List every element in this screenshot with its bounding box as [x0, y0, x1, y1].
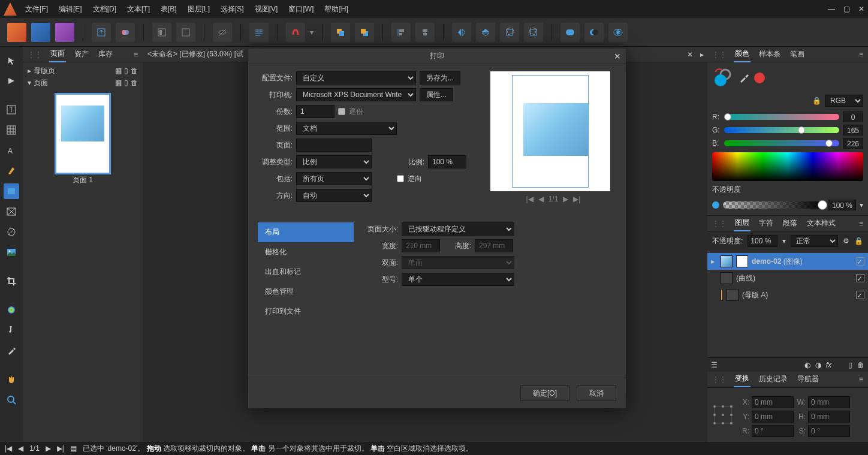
layer-visible-checkbox[interactable]: ✓ — [856, 291, 864, 299]
grip-icon[interactable]: ⋮⋮ — [28, 50, 42, 59]
blend-mode-select[interactable]: 正常 — [791, 235, 838, 247]
tool-crop[interactable] — [4, 273, 19, 289]
tool-text-frame[interactable]: T — [4, 102, 19, 117]
color-swatch-red[interactable] — [754, 73, 765, 83]
r-value[interactable]: 0 — [843, 112, 863, 122]
doc-tab[interactable]: <未命名> [已修改] (53.0%) [试 — [147, 49, 243, 59]
eyedropper-icon[interactable] — [739, 73, 749, 83]
tab-bleed[interactable]: 出血和标记 — [258, 262, 354, 282]
tool-eyedropper[interactable] — [4, 343, 19, 358]
add-icon[interactable]: ▯ — [848, 361, 852, 369]
color-spectrum[interactable] — [712, 152, 863, 181]
tab-rasterize[interactable]: 栅格化 — [258, 242, 354, 262]
tb-align-left[interactable] — [391, 23, 411, 42]
layer-opacity-input[interactable] — [748, 235, 777, 247]
tb-snap[interactable] — [286, 23, 305, 42]
tb-rotate-ccw[interactable] — [500, 23, 519, 42]
tool-image-frame[interactable] — [4, 204, 19, 219]
menu-layer[interactable]: 图层[L] — [188, 4, 210, 14]
tool-pen[interactable] — [4, 163, 19, 179]
anchor-selector[interactable] — [712, 404, 734, 426]
include-select[interactable]: 所有页 — [296, 172, 372, 185]
b-slider[interactable] — [724, 140, 839, 146]
tab-stroke[interactable]: 笔画 — [789, 47, 806, 62]
tb-arrange2[interactable] — [355, 23, 374, 42]
transform-y[interactable] — [752, 411, 794, 423]
tab-paragraph[interactable]: 段落 — [782, 216, 798, 231]
tool-move[interactable] — [4, 53, 19, 68]
transform-x[interactable] — [752, 396, 794, 408]
tb-bool-intersect[interactable] — [608, 23, 628, 42]
tab-color[interactable]: 颜色 — [734, 46, 751, 62]
tb-arrange1[interactable] — [331, 23, 350, 42]
pages-header-label[interactable]: 页面 — [34, 78, 48, 88]
color-selector-icon[interactable] — [712, 67, 734, 89]
doc-tab-close[interactable]: ✕ — [687, 50, 693, 59]
persona-designer[interactable] — [55, 23, 74, 42]
menu-file[interactable]: 文件[F] — [25, 4, 48, 14]
menu-window[interactable]: 窗口[W] — [288, 4, 314, 14]
tab-navigator[interactable]: 导航器 — [796, 372, 820, 387]
panel-menu-icon[interactable]: ≡ — [859, 219, 863, 228]
grip-icon[interactable]: ⋮⋮ — [712, 375, 727, 384]
dropdown-arrow-icon[interactable]: ▾ — [860, 201, 863, 209]
trash-icon[interactable]: 🗑 — [131, 79, 138, 87]
menu-text[interactable]: 文本[T] — [127, 4, 150, 14]
tab-layers[interactable]: 图层 — [734, 215, 751, 231]
b-value[interactable]: 226 — [843, 138, 863, 149]
tool-node[interactable] — [4, 73, 19, 89]
prev-page-icon[interactable]: ◀ — [18, 444, 23, 453]
layer-visible-checkbox[interactable]: ✓ — [856, 257, 864, 266]
layers-icon[interactable]: ☰ — [711, 361, 718, 369]
tab-textstyle[interactable]: 文本样式 — [806, 216, 837, 231]
outline-icon[interactable]: ▤ — [70, 444, 77, 453]
tb-paragraph[interactable] — [249, 23, 269, 42]
close-button[interactable]: ✕ — [858, 5, 864, 13]
tool-fill[interactable] — [4, 323, 19, 338]
spread-icon[interactable]: ▦ — [115, 67, 122, 75]
tb-rotate-cw[interactable] — [524, 23, 543, 42]
pages-input[interactable] — [296, 138, 372, 152]
tool-zoom[interactable] — [4, 392, 19, 408]
tool-rectangle[interactable] — [4, 183, 19, 199]
first-page-icon[interactable]: |◀ — [5, 444, 12, 453]
panel-menu-icon[interactable]: ≡ — [859, 375, 863, 384]
tb-upload[interactable] — [92, 23, 111, 42]
transform-s[interactable] — [808, 425, 850, 437]
tab-assets[interactable]: 资产 — [73, 47, 90, 62]
page-thumbnail[interactable] — [56, 95, 109, 173]
g-value[interactable]: 165 — [843, 125, 863, 135]
opacity-slider[interactable] — [723, 201, 825, 209]
preview-prev-icon[interactable]: ◀ — [538, 195, 544, 203]
menu-select[interactable]: 选择[S] — [221, 4, 244, 14]
tab-history[interactable]: 历史记录 — [758, 372, 789, 387]
grip-icon[interactable]: ⋮⋮ — [712, 219, 727, 228]
dialog-close-icon[interactable]: ✕ — [614, 52, 621, 61]
tool-place-image[interactable] — [4, 245, 19, 260]
model-select[interactable]: 单个 — [402, 273, 514, 286]
menu-table[interactable]: 表[B] — [161, 4, 177, 14]
transform-w[interactable] — [808, 396, 850, 408]
tb-flip-v[interactable] — [476, 23, 495, 42]
save-as-button[interactable]: 另存为... — [420, 71, 460, 85]
printer-select[interactable]: Microsoft XPS Document Writer — [296, 88, 416, 101]
page-size-select[interactable]: 已按驱动程序定义 — [402, 222, 514, 236]
tb-effects[interactable] — [116, 23, 135, 42]
g-slider[interactable] — [724, 127, 839, 133]
tb-bool-subtract[interactable] — [584, 23, 604, 42]
grip-icon[interactable]: ⋮⋮ — [712, 50, 727, 59]
tab-swatches[interactable]: 样本条 — [758, 47, 782, 62]
ok-button[interactable]: 确定[O] — [520, 385, 569, 401]
tool-table[interactable] — [4, 122, 19, 138]
cancel-button[interactable]: 取消 — [577, 385, 616, 401]
copies-input[interactable] — [296, 105, 334, 118]
doc-tab-arrow[interactable]: ▸ — [700, 50, 704, 59]
tab-print-to-file[interactable]: 打印到文件 — [258, 302, 354, 321]
last-page-icon[interactable]: ▶| — [57, 444, 64, 453]
reverse-checkbox[interactable] — [397, 175, 404, 182]
minimize-button[interactable]: — — [828, 5, 835, 13]
mask-icon[interactable]: ◐ — [804, 361, 810, 369]
dropdown-arrow-icon[interactable]: ▾ — [782, 237, 786, 245]
collapse-icon[interactable]: ▸ — [28, 67, 31, 75]
panel-menu-icon[interactable]: ≡ — [859, 50, 863, 59]
